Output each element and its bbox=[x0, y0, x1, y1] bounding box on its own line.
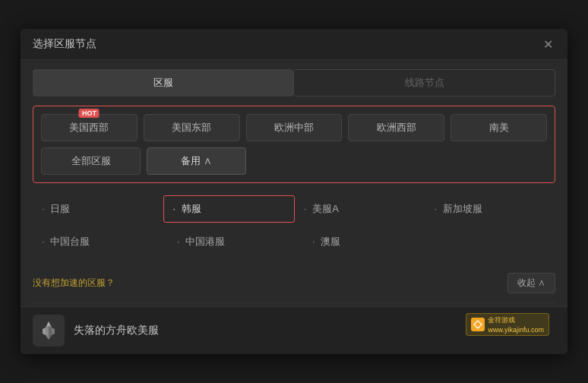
watermark-icon bbox=[471, 318, 485, 331]
region-row-1: HOT 美国西部 美国东部 欧洲中部 欧洲西部 南美 bbox=[41, 114, 547, 141]
tabs-row: 区服 线路节点 bbox=[21, 60, 567, 106]
server-item-us-a[interactable]: 美服A bbox=[295, 196, 425, 222]
region-btn-us-west[interactable]: HOT 美国西部 bbox=[41, 114, 138, 141]
server-item-sg[interactable]: 新加坡服 bbox=[425, 196, 556, 222]
region-selection-box: HOT 美国西部 美国东部 欧洲中部 欧洲西部 南美 全部区服 备用 ∧ bbox=[33, 106, 555, 183]
watermark: 金符游戏 www.yikajinfu.com bbox=[466, 313, 549, 336]
bottom-bar: 失落的方舟欧美服 金符游戏 www.yikajinfu.com bbox=[21, 306, 567, 354]
watermark-brand: 金符游戏 bbox=[488, 315, 544, 325]
server-item-kr[interactable]: 韩服 bbox=[163, 195, 296, 223]
region-btn-us-east[interactable]: 美国东部 bbox=[144, 114, 240, 141]
server-item-au[interactable]: 澳服 bbox=[303, 229, 438, 255]
game-icon bbox=[33, 315, 65, 347]
server-row-2: 中国台服 中国港服 澳服 bbox=[33, 229, 555, 255]
game-name: 失落的方舟欧美服 bbox=[74, 324, 159, 337]
backup-button[interactable]: 备用 ∧ bbox=[147, 147, 246, 175]
close-button[interactable]: ✕ bbox=[540, 36, 555, 52]
region-btn-eu-central[interactable]: 欧洲中部 bbox=[246, 114, 343, 141]
footer-row: 没有想加速的区服？ 收起 ∧ bbox=[21, 267, 567, 302]
server-item-tw[interactable]: 中国台服 bbox=[33, 229, 168, 255]
server-item-hk[interactable]: 中国港服 bbox=[168, 229, 303, 255]
game-logo-icon bbox=[36, 318, 61, 343]
server-list: 日服 韩服 美服A 新加坡服 中国台服 中国港服 澳服 bbox=[21, 189, 567, 267]
tab-line[interactable]: 线路节点 bbox=[293, 69, 555, 97]
region-btn-eu-west[interactable]: 欧洲西部 bbox=[348, 114, 444, 141]
divider bbox=[33, 302, 555, 303]
server-item-jp[interactable]: 日服 bbox=[33, 196, 163, 222]
region-row-2: 全部区服 备用 ∧ bbox=[41, 147, 547, 175]
dialog-header: 选择区服节点 ✕ bbox=[21, 29, 567, 60]
all-regions-button[interactable]: 全部区服 bbox=[41, 147, 141, 175]
dialog-title: 选择区服节点 bbox=[33, 37, 96, 51]
server-row-1: 日服 韩服 美服A 新加坡服 bbox=[33, 195, 555, 223]
tab-region[interactable]: 区服 bbox=[33, 69, 293, 97]
collapse-button[interactable]: 收起 ∧ bbox=[507, 273, 555, 293]
dialog: 选择区服节点 ✕ 区服 线路节点 HOT 美国西部 美国东部 欧洲中部 欧洲西部… bbox=[21, 29, 567, 354]
diamond-icon bbox=[473, 319, 483, 330]
watermark-site: www.yikajinfu.com bbox=[488, 326, 544, 334]
request-region-link[interactable]: 没有想加速的区服？ bbox=[33, 277, 115, 290]
region-btn-south-america[interactable]: 南美 bbox=[450, 114, 547, 141]
hot-badge: HOT bbox=[79, 109, 100, 118]
